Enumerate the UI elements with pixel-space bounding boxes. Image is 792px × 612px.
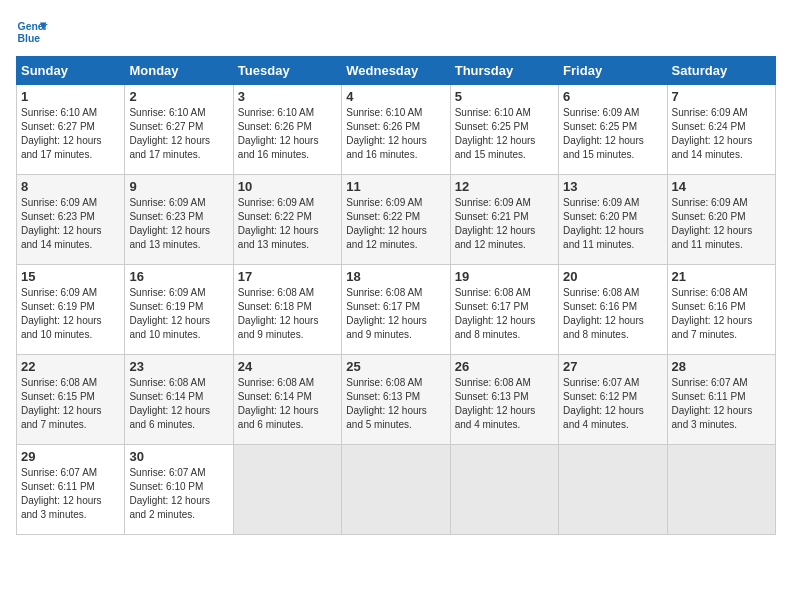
day-info: Sunrise: 6:09 AMSunset: 6:25 PMDaylight:… — [563, 106, 662, 162]
day-number: 30 — [129, 449, 228, 464]
calendar-cell — [667, 445, 775, 535]
calendar-cell: 9Sunrise: 6:09 AMSunset: 6:23 PMDaylight… — [125, 175, 233, 265]
calendar-cell: 15Sunrise: 6:09 AMSunset: 6:19 PMDayligh… — [17, 265, 125, 355]
col-header-monday: Monday — [125, 57, 233, 85]
calendar-cell: 13Sunrise: 6:09 AMSunset: 6:20 PMDayligh… — [559, 175, 667, 265]
day-number: 11 — [346, 179, 445, 194]
calendar-cell: 24Sunrise: 6:08 AMSunset: 6:14 PMDayligh… — [233, 355, 341, 445]
day-number: 15 — [21, 269, 120, 284]
col-header-tuesday: Tuesday — [233, 57, 341, 85]
day-info: Sunrise: 6:09 AMSunset: 6:20 PMDaylight:… — [672, 196, 771, 252]
calendar-cell: 16Sunrise: 6:09 AMSunset: 6:19 PMDayligh… — [125, 265, 233, 355]
day-number: 12 — [455, 179, 554, 194]
day-info: Sunrise: 6:09 AMSunset: 6:23 PMDaylight:… — [129, 196, 228, 252]
day-info: Sunrise: 6:09 AMSunset: 6:20 PMDaylight:… — [563, 196, 662, 252]
day-number: 14 — [672, 179, 771, 194]
day-number: 25 — [346, 359, 445, 374]
day-number: 3 — [238, 89, 337, 104]
day-number: 5 — [455, 89, 554, 104]
calendar-cell: 22Sunrise: 6:08 AMSunset: 6:15 PMDayligh… — [17, 355, 125, 445]
day-info: Sunrise: 6:09 AMSunset: 6:19 PMDaylight:… — [129, 286, 228, 342]
day-number: 19 — [455, 269, 554, 284]
day-info: Sunrise: 6:08 AMSunset: 6:13 PMDaylight:… — [346, 376, 445, 432]
day-number: 21 — [672, 269, 771, 284]
day-info: Sunrise: 6:08 AMSunset: 6:13 PMDaylight:… — [455, 376, 554, 432]
day-info: Sunrise: 6:08 AMSunset: 6:15 PMDaylight:… — [21, 376, 120, 432]
day-number: 10 — [238, 179, 337, 194]
day-info: Sunrise: 6:10 AMSunset: 6:26 PMDaylight:… — [346, 106, 445, 162]
logo-icon: General Blue — [16, 16, 48, 48]
calendar-cell: 1Sunrise: 6:10 AMSunset: 6:27 PMDaylight… — [17, 85, 125, 175]
day-number: 6 — [563, 89, 662, 104]
day-number: 16 — [129, 269, 228, 284]
day-number: 20 — [563, 269, 662, 284]
day-info: Sunrise: 6:08 AMSunset: 6:18 PMDaylight:… — [238, 286, 337, 342]
day-number: 27 — [563, 359, 662, 374]
day-info: Sunrise: 6:08 AMSunset: 6:14 PMDaylight:… — [238, 376, 337, 432]
col-header-thursday: Thursday — [450, 57, 558, 85]
day-number: 26 — [455, 359, 554, 374]
day-number: 9 — [129, 179, 228, 194]
day-number: 22 — [21, 359, 120, 374]
col-header-friday: Friday — [559, 57, 667, 85]
day-info: Sunrise: 6:08 AMSunset: 6:14 PMDaylight:… — [129, 376, 228, 432]
calendar-cell: 28Sunrise: 6:07 AMSunset: 6:11 PMDayligh… — [667, 355, 775, 445]
day-number: 7 — [672, 89, 771, 104]
calendar-cell — [559, 445, 667, 535]
day-number: 23 — [129, 359, 228, 374]
day-info: Sunrise: 6:08 AMSunset: 6:17 PMDaylight:… — [346, 286, 445, 342]
calendar-cell: 21Sunrise: 6:08 AMSunset: 6:16 PMDayligh… — [667, 265, 775, 355]
day-info: Sunrise: 6:09 AMSunset: 6:22 PMDaylight:… — [238, 196, 337, 252]
day-number: 8 — [21, 179, 120, 194]
day-number: 1 — [21, 89, 120, 104]
svg-text:Blue: Blue — [18, 33, 41, 44]
day-number: 28 — [672, 359, 771, 374]
day-info: Sunrise: 6:07 AMSunset: 6:11 PMDaylight:… — [672, 376, 771, 432]
day-info: Sunrise: 6:10 AMSunset: 6:26 PMDaylight:… — [238, 106, 337, 162]
calendar-cell: 19Sunrise: 6:08 AMSunset: 6:17 PMDayligh… — [450, 265, 558, 355]
day-info: Sunrise: 6:09 AMSunset: 6:22 PMDaylight:… — [346, 196, 445, 252]
day-info: Sunrise: 6:10 AMSunset: 6:27 PMDaylight:… — [21, 106, 120, 162]
day-info: Sunrise: 6:09 AMSunset: 6:23 PMDaylight:… — [21, 196, 120, 252]
col-header-sunday: Sunday — [17, 57, 125, 85]
day-number: 13 — [563, 179, 662, 194]
day-info: Sunrise: 6:09 AMSunset: 6:24 PMDaylight:… — [672, 106, 771, 162]
calendar-cell: 25Sunrise: 6:08 AMSunset: 6:13 PMDayligh… — [342, 355, 450, 445]
calendar-cell: 29Sunrise: 6:07 AMSunset: 6:11 PMDayligh… — [17, 445, 125, 535]
calendar-cell: 6Sunrise: 6:09 AMSunset: 6:25 PMDaylight… — [559, 85, 667, 175]
day-info: Sunrise: 6:10 AMSunset: 6:27 PMDaylight:… — [129, 106, 228, 162]
day-number: 4 — [346, 89, 445, 104]
calendar-cell — [450, 445, 558, 535]
calendar-cell: 8Sunrise: 6:09 AMSunset: 6:23 PMDaylight… — [17, 175, 125, 265]
calendar-cell: 10Sunrise: 6:09 AMSunset: 6:22 PMDayligh… — [233, 175, 341, 265]
calendar-cell: 27Sunrise: 6:07 AMSunset: 6:12 PMDayligh… — [559, 355, 667, 445]
calendar-cell — [342, 445, 450, 535]
calendar-cell: 14Sunrise: 6:09 AMSunset: 6:20 PMDayligh… — [667, 175, 775, 265]
calendar-cell: 12Sunrise: 6:09 AMSunset: 6:21 PMDayligh… — [450, 175, 558, 265]
calendar-cell: 20Sunrise: 6:08 AMSunset: 6:16 PMDayligh… — [559, 265, 667, 355]
day-info: Sunrise: 6:10 AMSunset: 6:25 PMDaylight:… — [455, 106, 554, 162]
calendar-cell: 18Sunrise: 6:08 AMSunset: 6:17 PMDayligh… — [342, 265, 450, 355]
calendar-cell: 5Sunrise: 6:10 AMSunset: 6:25 PMDaylight… — [450, 85, 558, 175]
day-number: 2 — [129, 89, 228, 104]
calendar-cell: 7Sunrise: 6:09 AMSunset: 6:24 PMDaylight… — [667, 85, 775, 175]
day-number: 17 — [238, 269, 337, 284]
calendar-cell: 11Sunrise: 6:09 AMSunset: 6:22 PMDayligh… — [342, 175, 450, 265]
day-number: 24 — [238, 359, 337, 374]
day-info: Sunrise: 6:07 AMSunset: 6:11 PMDaylight:… — [21, 466, 120, 522]
calendar-cell — [233, 445, 341, 535]
col-header-wednesday: Wednesday — [342, 57, 450, 85]
logo: General Blue — [16, 16, 48, 48]
day-info: Sunrise: 6:09 AMSunset: 6:21 PMDaylight:… — [455, 196, 554, 252]
calendar-cell: 3Sunrise: 6:10 AMSunset: 6:26 PMDaylight… — [233, 85, 341, 175]
calendar-cell: 23Sunrise: 6:08 AMSunset: 6:14 PMDayligh… — [125, 355, 233, 445]
calendar-cell: 26Sunrise: 6:08 AMSunset: 6:13 PMDayligh… — [450, 355, 558, 445]
day-number: 29 — [21, 449, 120, 464]
calendar-cell: 30Sunrise: 6:07 AMSunset: 6:10 PMDayligh… — [125, 445, 233, 535]
calendar-table: SundayMondayTuesdayWednesdayThursdayFrid… — [16, 56, 776, 535]
day-number: 18 — [346, 269, 445, 284]
day-info: Sunrise: 6:07 AMSunset: 6:10 PMDaylight:… — [129, 466, 228, 522]
day-info: Sunrise: 6:08 AMSunset: 6:16 PMDaylight:… — [563, 286, 662, 342]
calendar-cell: 17Sunrise: 6:08 AMSunset: 6:18 PMDayligh… — [233, 265, 341, 355]
calendar-cell: 2Sunrise: 6:10 AMSunset: 6:27 PMDaylight… — [125, 85, 233, 175]
